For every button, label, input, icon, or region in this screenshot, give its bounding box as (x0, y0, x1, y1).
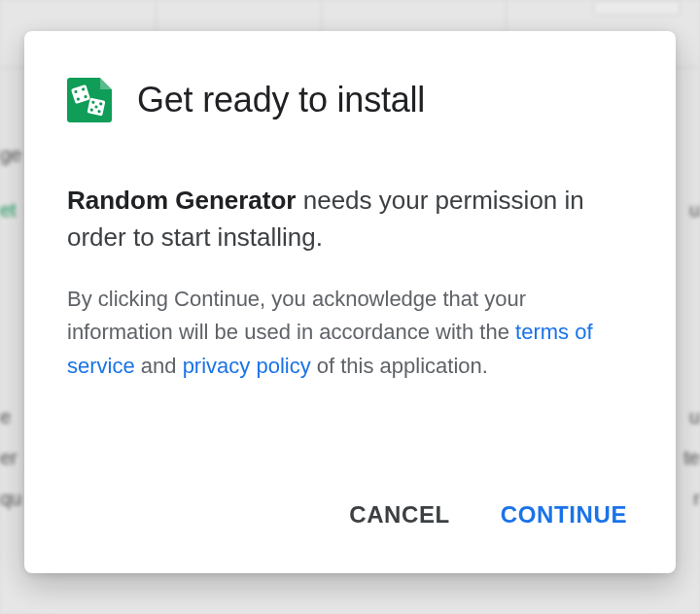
dialog-title: Get ready to install (137, 80, 425, 120)
terms-and: and (135, 354, 183, 378)
terms-message: By clicking Continue, you acknowledge th… (67, 283, 633, 382)
install-permission-dialog: Get ready to install Random Generator ne… (24, 31, 676, 573)
cancel-button[interactable]: CANCEL (343, 494, 456, 536)
privacy-policy-link[interactable]: privacy policy (183, 354, 311, 378)
dialog-actions: CANCEL CONTINUE (67, 474, 633, 536)
dialog-header: Get ready to install (67, 78, 633, 122)
app-name: Random Generator (67, 186, 297, 215)
dice-icon (67, 78, 112, 122)
terms-suffix: of this application. (311, 354, 488, 378)
terms-prefix: By clicking Continue, you acknowledge th… (67, 287, 526, 344)
permission-message: Random Generator needs your permission i… (67, 183, 633, 256)
continue-button[interactable]: CONTINUE (495, 494, 633, 536)
